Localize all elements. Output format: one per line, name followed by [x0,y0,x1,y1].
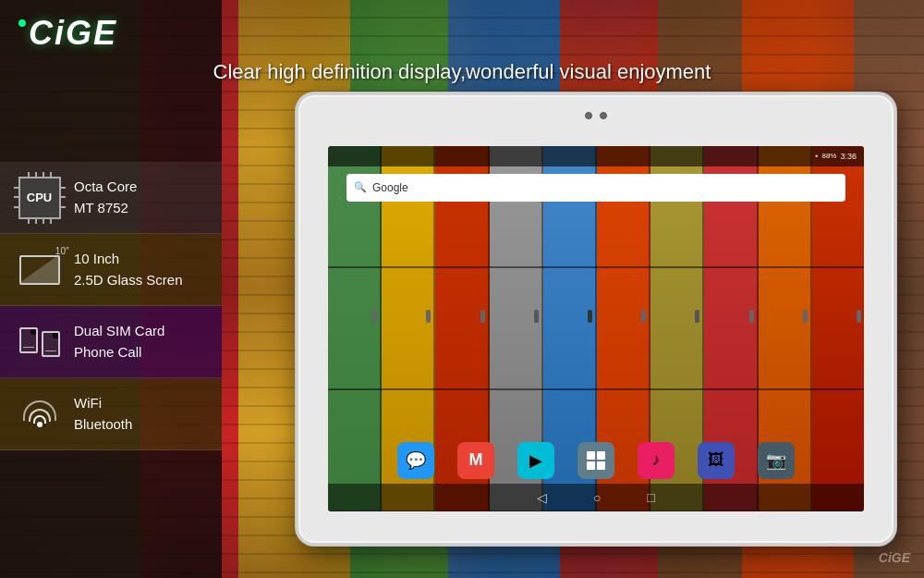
play-emoji: ▶ [529,450,542,471]
cpu-pin [28,218,30,224]
cpu-pin [14,187,19,189]
tablet-screen: ▪ 88% 3:36 🔍 Google 💬 M ▶ [328,146,864,511]
nav-recent-button[interactable]: □ [648,490,655,505]
cpu-pin [60,187,66,189]
cpu-pin [35,172,37,178]
google-search-bar[interactable]: 🔍 Google [346,174,845,202]
cpu-icon: CPU [18,177,61,219]
search-icon: 🔍 [354,181,367,193]
cpu-feature-text: Octa Core MT 8752 [74,177,137,218]
cpu-pins-top [25,172,55,178]
android-statusbar: ▪ 88% 3:36 [328,146,864,166]
music-emoji: ♪ [652,450,661,470]
cpu-pins-bottom [25,218,55,224]
screen-icon: 10″ [19,255,60,285]
cpu-line2: MT 8752 [74,198,137,219]
sim-notch [53,333,58,338]
cpu-pin [50,218,52,224]
cpu-pins-right [60,183,66,213]
feature-sim: Dual SIM Card Phone Call [0,306,222,378]
messages-emoji: 💬 [406,450,426,471]
google-label: Google [372,181,408,194]
app-camera-icon[interactable]: 📷 [758,442,795,479]
wifi-feature-text: WiFi Bluetooth [74,393,132,435]
grid-dot [597,461,605,470]
app-music-icon[interactable]: ♪ [638,442,675,479]
features-panel: CPU Octa Core MT 8752 10″ 10 Inch 2.5D G… [0,162,222,450]
sim-line [45,350,56,351]
grid-dot [587,461,595,470]
camera-dot-1 [585,112,592,119]
grid-dot [597,451,605,460]
sim-icon [19,327,60,357]
sim-line1: Dual SIM Card [74,321,164,342]
sim-card-2 [42,331,60,357]
screen-line2: 2.5D Glass Scren [74,270,183,291]
screen-frame [19,255,60,285]
statusbar-battery-icon: ▪ [816,152,819,160]
cpu-pin [28,172,30,178]
cpu-chip-label: CPU [27,191,52,204]
wifi-arc-lg [23,400,56,421]
sim-icon-container [14,327,65,357]
watermark-text: CiGE [879,550,910,565]
app-gmail-icon[interactable]: M [457,442,494,479]
screen-size-label: 10″ [55,246,69,256]
grid-icon-inner [587,451,605,470]
sim-notch [30,329,36,335]
wifi-icon-container [14,398,65,431]
statusbar-battery-pct: 88% [821,152,836,160]
wifi-line2: Bluetooth [74,414,132,436]
cpu-pin [43,172,44,178]
cpu-line1: Octa Core [74,177,137,198]
cpu-pin [60,196,66,198]
nav-back-button[interactable]: ◁ [537,490,547,505]
camera-emoji: 📷 [766,450,786,471]
logo-area: CiGE [18,14,117,53]
cpu-pin [43,218,44,224]
nav-home-button[interactable]: ○ [593,490,601,505]
tablet-cameras [585,112,607,119]
cpu-pin [50,172,52,178]
cpu-pin [14,206,19,208]
feature-cpu: CPU Octa Core MT 8752 [0,162,222,234]
headline: Clear high definition display,wonderful … [0,60,924,84]
android-navbar: ◁ ○ □ [328,484,864,511]
screen-feature-text: 10 Inch 2.5D Glass Scren [74,249,183,290]
app-messages-icon[interactable]: 💬 [397,442,434,479]
tablet-device: ▪ 88% 3:36 🔍 Google 💬 M ▶ [296,92,896,546]
cpu-pin [60,206,66,208]
screen-glare [19,255,58,283]
sim-card-1 [19,327,38,353]
wifi-line1: WiFi [74,393,132,414]
cpu-icon-container: CPU [14,177,65,219]
cpu-pin [35,218,37,224]
app-grid-icon[interactable] [578,442,614,479]
watermark: CiGE [879,547,910,567]
screen-line1: 10 Inch [74,249,183,270]
android-dock: 💬 M ▶ ♪ [328,442,864,479]
grid-dot [587,451,595,460]
tablet-body: ▪ 88% 3:36 🔍 Google 💬 M ▶ [296,92,896,546]
app-photos-icon[interactable]: 🖼 [698,442,735,479]
sim-line2: Phone Call [74,342,164,363]
logo-text: CiGE [29,14,117,53]
gmail-letter: M [469,450,483,470]
statusbar-right: ▪ 88% 3:36 [816,152,857,161]
sim-line [23,347,34,348]
wifi-icon [19,398,60,431]
cpu-pins-left [14,183,19,213]
sim-feature-text: Dual SIM Card Phone Call [74,321,164,363]
app-play-icon[interactable]: ▶ [517,442,554,479]
feature-screen: 10″ 10 Inch 2.5D Glass Scren [0,234,222,306]
feature-wifi: WiFi Bluetooth [0,378,222,450]
screen-icon-container: 10″ [14,255,65,285]
camera-dot-2 [600,112,607,119]
statusbar-time: 3:36 [840,152,857,161]
cpu-pin [14,196,19,198]
logo-dot [18,19,26,27]
photos-emoji: 🖼 [708,450,724,470]
